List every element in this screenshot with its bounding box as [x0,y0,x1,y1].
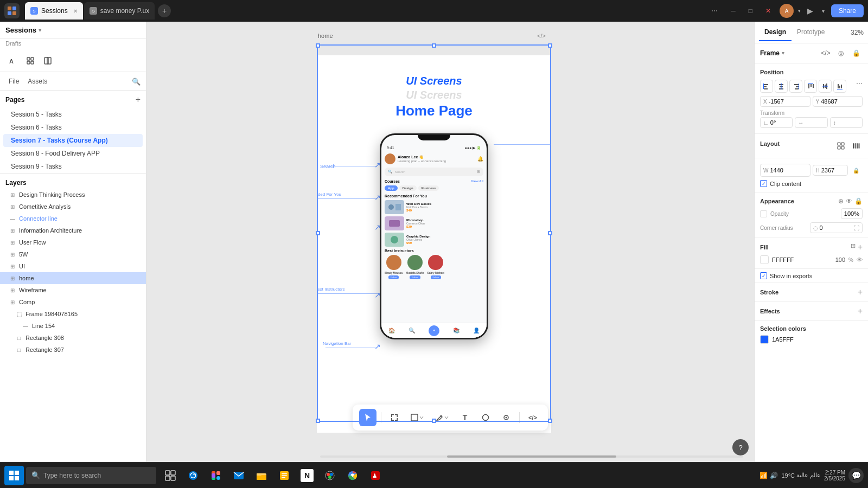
tool-frame[interactable] [386,409,403,426]
toolbar-layers-icon[interactable] [40,53,55,68]
follow-btn-2[interactable]: Follow [410,275,420,279]
taskbar-edge[interactable] [183,466,203,485]
lock-icon[interactable]: 🔒 [850,47,863,60]
page-session5[interactable]: Session 5 - Tasks [3,108,143,121]
dim-h-field[interactable]: H 2367 [813,165,848,176]
topbar-minimize[interactable]: ─ [726,5,740,17]
layer-user-flow[interactable]: ⊞ User Flow [0,236,146,248]
page-session7[interactable]: Session 7 - Tasks (Course App) [3,134,143,147]
taskbar-notion[interactable]: N [297,466,317,485]
taskbar-mail[interactable] [229,466,248,485]
taskbar-app-extra[interactable]: ♟ [366,466,385,485]
layer-rect308[interactable]: □ Rectangle 308 [0,332,146,344]
network-icon[interactable]: 📶 [760,472,768,479]
corner-field[interactable]: ◌ 0 ⛶ [810,222,863,233]
topbar-overflow[interactable]: ⋯ [707,5,722,17]
opacity-field[interactable]: 100% [841,208,863,219]
selection-color-hex[interactable]: 1A5FFF [772,336,794,343]
topbar-close[interactable]: ✕ [761,5,775,17]
phone-search-bar[interactable]: 🔍 Search ⊞ [385,168,483,176]
canvas-area[interactable]: home </> UI Screens UI Screens Home Page [146,22,754,462]
layer-5w[interactable]: ⊞ 5W [0,248,146,260]
stroke-add-button[interactable]: + [858,287,863,297]
zoom-level[interactable]: 32% [851,29,864,36]
layer-comp[interactable]: ⊞ Comp [0,296,146,308]
fill-hex-value[interactable]: FFFFFF [772,256,832,263]
search-button[interactable]: 🔍 [132,78,141,86]
page-session8[interactable]: Session 8 - Food Delivery APP [3,147,143,160]
topbar-maximize[interactable]: □ [744,5,757,17]
taskbar-notes[interactable] [275,466,294,485]
layer-design-thinking[interactable]: ⊞ Design Thinking Process [0,189,146,201]
tool-select[interactable] [359,409,376,426]
play-button[interactable]: ▶ [805,4,815,17]
toolbar-text-icon[interactable]: A [5,53,21,68]
align-left[interactable] [760,80,773,93]
align-top[interactable] [804,80,817,93]
nav-home-icon[interactable]: 🏠 [388,328,395,333]
page-session9[interactable]: Session 9 - Tasks [3,160,143,173]
volume-icon[interactable]: 🔊 [770,472,778,479]
layout-columns-icon[interactable] [850,139,863,152]
transform-flip-v[interactable]: ↕ [830,117,863,128]
page-session6[interactable]: Session 6 - Tasks [3,121,143,134]
taskbar-search[interactable]: 🔍 Type here to search [26,467,156,484]
layer-rect307[interactable]: □ Rectangle 307 [0,344,146,356]
frame-dropdown[interactable]: Frame ▾ [760,49,784,57]
pos-x-field[interactable]: X -1567 [760,96,810,107]
app-logo[interactable] [4,3,20,18]
selection-color-swatch[interactable] [760,335,769,344]
dim-w-field[interactable]: W 1440 [760,164,810,177]
tab-sessions[interactable]: S Sessions ✕ [25,2,83,20]
transform-flip-h[interactable]: ↔ [795,117,827,128]
effects-add-button[interactable]: + [858,306,863,316]
taskbar-chrome[interactable] [343,466,362,485]
tool-rect-dropdown[interactable] [406,409,428,426]
weather-widget[interactable]: 19°C عالم عالية [781,472,821,479]
layer-home[interactable]: ⊞ home [0,272,146,284]
nav-search-icon[interactable]: 🔍 [409,328,415,333]
opacity-checkbox[interactable] [760,210,767,217]
show-exports-checkbox[interactable]: ✓ [760,272,767,279]
handle-tm[interactable] [432,43,436,48]
tab-sessions-close[interactable]: ✕ [73,8,78,14]
fill-eye-button[interactable]: 👁 [857,256,863,263]
layer-info-arch[interactable]: ⊞ Information Architecture [0,224,146,236]
pages-add-button[interactable]: + [136,95,141,105]
align-center-h[interactable] [775,80,788,93]
tab-prototype[interactable]: Prototype [792,24,830,41]
nav-profile-icon[interactable]: 👤 [473,328,480,333]
layer-connector[interactable]: — Connector line [0,213,146,224]
file-tab[interactable]: File [5,75,22,87]
follow-btn-1[interactable]: Follow [388,275,399,279]
tool-text[interactable]: T [456,409,474,426]
play-dropdown[interactable]: ▾ [820,6,827,16]
tool-pen-dropdown[interactable] [431,409,453,426]
fill-opacity-value[interactable]: 100 [835,256,845,263]
align-right[interactable] [789,80,802,93]
sessions-title[interactable]: Sessions ▾ [5,26,41,34]
start-button[interactable] [4,466,24,485]
assets-tab[interactable]: Assets [24,75,50,87]
notification-button[interactable]: 💬 [848,468,864,483]
clock[interactable]: 2:27 PM 2/5/2025 [824,470,845,481]
share-button[interactable]: Share [831,4,864,17]
layer-frame1984[interactable]: ⬚ Frame 1984078165 [0,308,146,320]
appearance-lock-icon[interactable]: 🔒 [854,197,863,205]
tool-ellipse[interactable] [477,409,494,426]
appearance-add-icon[interactable]: ⊕ [838,197,844,205]
align-more-button[interactable]: ⋯ [856,80,863,93]
avatar-dropdown[interactable]: ▾ [798,8,801,14]
align-middle-v[interactable] [819,80,832,93]
appearance-eye-icon[interactable]: 👁 [846,197,852,205]
align-bottom[interactable] [833,80,846,93]
nav-book-icon[interactable]: 📚 [453,328,459,333]
taskbar-color-tool[interactable] [320,466,340,485]
view-all-link[interactable]: View All [471,179,483,183]
nav-center-btn[interactable]: + [429,325,439,336]
tool-code[interactable]: </> [524,409,541,426]
layout-grid-icon[interactable] [834,139,847,152]
layer-wireframe[interactable]: ⊞ Wireframe [0,284,146,296]
pos-y-field[interactable]: Y 48687 [813,96,863,107]
handle-tl[interactable] [316,43,320,48]
